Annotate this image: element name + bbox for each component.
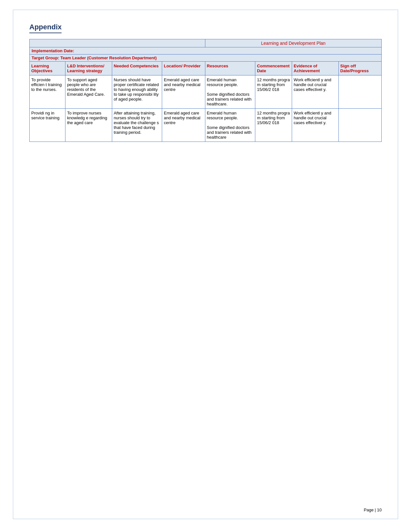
row2-col3: After attaining training, nurses should … (112, 109, 162, 142)
row1-col6: 12 months progra m starting from 15/06/2… (255, 75, 292, 109)
column-header-row: Learning Objectives L&D Interventions/ L… (30, 62, 382, 75)
implementation-row: Implementation Date: (30, 47, 382, 54)
page-wrapper: Appendix Learning and Development Plan I… (13, 10, 398, 519)
col-header-7: Evidence of Achievement (292, 62, 338, 75)
row1-col8 (338, 75, 381, 109)
row1-col4: Emerald aged care and nearby medical cen… (162, 75, 205, 109)
row2-col5: Emerald human resource people.Some digni… (205, 109, 255, 142)
table-title-row: Learning and Development Plan (30, 39, 382, 47)
table-row: Providi ng in service training To improv… (30, 109, 382, 142)
col-header-3: Needed Competencies (112, 62, 162, 75)
row1-col1: To provide efficien t training to the nu… (30, 75, 65, 109)
row2-col6: 12 months progra m starting from 15/06/2… (255, 109, 292, 142)
col-header-5: Resources (205, 62, 255, 75)
row1-col3: Nurses should have proper certificate re… (112, 75, 162, 109)
row1-col5: Emerald human resource people.Some digni… (205, 75, 255, 109)
row2-col2: To improve nurses knowledg e regarding t… (65, 109, 112, 142)
target-group-cell: Target Group: Team Leader (Customer Reso… (30, 54, 382, 62)
appendix-title: Appendix (29, 23, 62, 33)
col-header-1: Learning Objectives (30, 62, 65, 75)
page-number: Page | 10 (364, 507, 382, 512)
table-row: To provide efficien t training to the nu… (30, 75, 382, 109)
col-header-6: Commencement Date (255, 62, 292, 75)
row2-col4: Emerald aged care and nearby medical cen… (162, 109, 205, 142)
row2-col8 (338, 109, 381, 142)
row1-col2: To support aged people who are residents… (65, 75, 112, 109)
row1-col7: Work efficientl y and handle out crucial… (292, 75, 338, 109)
empty-title-cell (30, 39, 205, 47)
col-header-8: Sign off Date/Progress (338, 62, 381, 75)
row2-col1: Providi ng in service training (30, 109, 65, 142)
main-title-cell: Learning and Development Plan (205, 39, 381, 47)
learning-development-table: Learning and Development Plan Implementa… (29, 39, 382, 142)
target-group-row: Target Group: Team Leader (Customer Reso… (30, 54, 382, 62)
row2-col7: Work efficientl y and handle out crucial… (292, 109, 338, 142)
col-header-2: L&D Interventions/ Learning strategy (65, 62, 112, 75)
implementation-cell: Implementation Date: (30, 47, 382, 54)
col-header-4: Location/ Provider (162, 62, 205, 75)
